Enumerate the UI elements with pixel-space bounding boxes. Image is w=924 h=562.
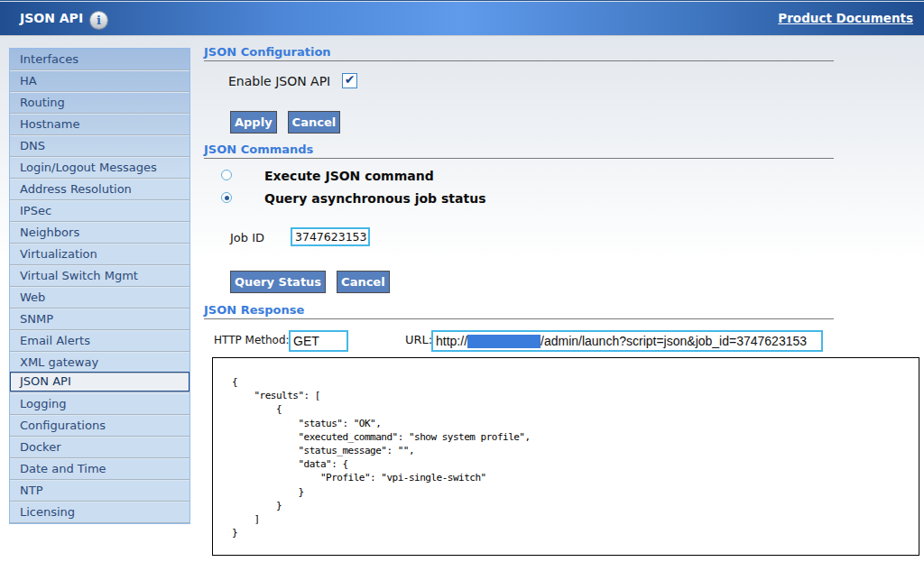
job-id-label: Job ID <box>230 231 264 244</box>
http-method-input[interactable]: GET <box>289 330 348 352</box>
enable-json-api-label: Enable JSON API <box>228 74 330 88</box>
url-suffix: /admin/launch?script=json&job_id=3747623… <box>541 334 807 348</box>
sidebar-item-login-logout-messages[interactable]: Login/Logout Messages <box>10 157 189 179</box>
sidebar-item-web[interactable]: Web <box>10 287 189 309</box>
section-title-json-response: JSON Response <box>204 304 834 319</box>
job-id-input[interactable]: 3747623153 <box>291 227 370 246</box>
sidebar-item-hostname[interactable]: Hostname <box>10 114 189 135</box>
sidebar-item-snmp[interactable]: SNMP <box>10 309 189 330</box>
sidebar-item-neighbors[interactable]: Neighbors <box>10 222 189 244</box>
url-prefix: http:// <box>436 334 467 348</box>
url-label: URL: <box>405 333 432 346</box>
json-response-text: { "results": [ { "status": "OK", "execut… <box>213 358 919 539</box>
sidebar-item-routing[interactable]: Routing <box>10 92 189 114</box>
product-documents-link[interactable]: Product Documents <box>778 1 913 35</box>
commands-cancel-button[interactable]: Cancel <box>337 271 390 293</box>
sidebar-item-json-api[interactable]: JSON API <box>10 372 189 392</box>
radio-query-job-status[interactable] <box>221 192 232 203</box>
info-icon[interactable]: i <box>90 12 107 29</box>
top-bar: JSON APIi Product Documents <box>0 0 924 36</box>
url-redacted-host-block <box>467 335 541 348</box>
radio-query-label[interactable]: Query asynchronous job status <box>264 191 485 206</box>
config-cancel-button[interactable]: Cancel <box>288 111 341 134</box>
page-title: JSON APIi <box>20 1 107 35</box>
sidebar-nav: InterfacesHARoutingHostnameDNSLogin/Logo… <box>9 48 190 524</box>
query-status-button[interactable]: Query Status <box>230 271 326 293</box>
url-input[interactable]: http:///admin/launch?script=json&job_id=… <box>431 330 823 352</box>
checkmark-icon: ✔ <box>343 73 356 87</box>
page-title-text: JSON API <box>20 11 83 25</box>
radio-execute-label[interactable]: Execute JSON command <box>264 169 434 183</box>
apply-button[interactable]: Apply <box>230 111 277 134</box>
config-button-row: Apply Cancel <box>230 111 351 134</box>
enable-json-api-checkbox[interactable]: ✔ <box>342 73 357 88</box>
sidebar-item-ipsec[interactable]: IPSec <box>10 200 189 222</box>
sidebar-item-docker[interactable]: Docker <box>10 437 189 458</box>
sidebar-item-licensing[interactable]: Licensing <box>10 502 189 523</box>
sidebar-item-dns[interactable]: DNS <box>10 135 189 157</box>
commands-button-row: Query Status Cancel <box>230 271 401 293</box>
sidebar-item-address-resolution[interactable]: Address Resolution <box>10 179 189 200</box>
sidebar-item-xml-gateway[interactable]: XML gateway <box>10 352 189 373</box>
sidebar-item-email-alerts[interactable]: Email Alerts <box>10 330 189 352</box>
section-title-json-commands: JSON Commands <box>204 143 834 159</box>
sidebar-item-virtualization[interactable]: Virtualization <box>10 244 189 265</box>
sidebar-item-configurations[interactable]: Configurations <box>10 415 189 437</box>
json-response-box: { "results": [ { "status": "OK", "execut… <box>212 357 919 556</box>
sidebar-item-ntp[interactable]: NTP <box>10 480 189 502</box>
sidebar-item-virtual-switch-mgmt[interactable]: Virtual Switch Mgmt <box>10 265 189 287</box>
sidebar-item-interfaces[interactable]: Interfaces <box>10 49 189 70</box>
sidebar-item-date-and-time[interactable]: Date and Time <box>10 458 189 480</box>
http-method-label: HTTP Method: <box>214 334 290 346</box>
sidebar-item-ha[interactable]: HA <box>10 70 189 92</box>
section-title-json-configuration: JSON Configuration <box>204 46 834 61</box>
sidebar-item-logging[interactable]: Logging <box>10 393 189 415</box>
radio-execute-json-command[interactable] <box>221 170 232 180</box>
